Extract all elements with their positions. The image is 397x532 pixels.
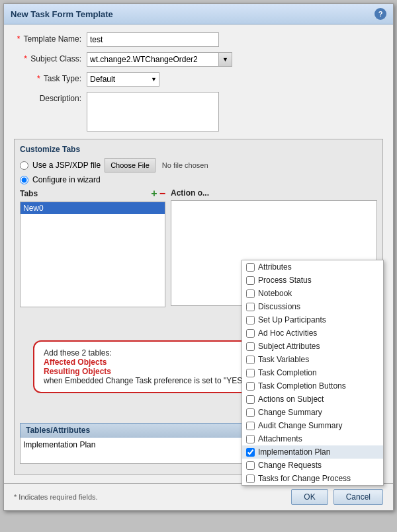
checkbox-task-variables[interactable] bbox=[246, 356, 255, 364]
dropdown-label-actions-on-subject: Actions on Subject bbox=[258, 395, 324, 404]
customize-tabs-title: Customize Tabs bbox=[20, 145, 377, 154]
dropdown-label-ad-hoc: Ad Hoc Activities bbox=[258, 328, 317, 338]
dropdown-item-change-requests[interactable]: Change Requests bbox=[242, 459, 383, 472]
jsp-radio-row: Use a JSP/XDP file Choose File No file c… bbox=[20, 158, 377, 172]
subject-class-dropdown-btn[interactable]: ▼ bbox=[219, 52, 232, 67]
dialog-header: New Task Form Template ? bbox=[4, 4, 393, 24]
dropdown-item-task-completion[interactable]: Task Completion bbox=[242, 366, 383, 379]
tabs-label: Tabs bbox=[20, 189, 38, 198]
checkbox-tasks-for-change-process[interactable] bbox=[246, 475, 255, 483]
checkbox-attributes[interactable] bbox=[246, 263, 255, 272]
dropdown-item-process-status[interactable]: Process Status bbox=[242, 274, 383, 287]
description-row: Description: bbox=[14, 92, 383, 133]
dropdown-label-notebook: Notebook bbox=[258, 289, 292, 298]
dropdown-item-discussions[interactable]: Discussions bbox=[242, 300, 383, 313]
dropdown-item-audit-change-summary[interactable]: Audit Change Summary bbox=[242, 419, 383, 432]
cancel-button[interactable]: Cancel bbox=[333, 489, 383, 505]
dropdown-item-ad-hoc[interactable]: Ad Hoc Activities bbox=[242, 326, 383, 340]
dropdown-item-notebook[interactable]: Notebook bbox=[242, 287, 383, 300]
checkbox-set-up-participants[interactable] bbox=[246, 316, 255, 324]
customize-tabs-section: Customize Tabs Use a JSP/XDP file Choose… bbox=[14, 139, 383, 475]
description-textarea[interactable] bbox=[87, 92, 219, 132]
actions-header: Action o... bbox=[171, 188, 377, 198]
new-task-form-dialog: New Task Form Template ? * Template Name… bbox=[3, 3, 394, 511]
dialog-title: New Task Form Template bbox=[11, 9, 113, 19]
help-icon[interactable]: ? bbox=[375, 8, 386, 20]
dropdown-label-implementation-plan: Implementation Plan bbox=[258, 447, 330, 457]
template-name-label: * Template Name: bbox=[14, 32, 87, 44]
subject-class-input[interactable] bbox=[87, 52, 219, 67]
tabs-list[interactable]: New0 bbox=[20, 202, 165, 307]
checkbox-task-completion-buttons[interactable] bbox=[246, 382, 255, 391]
dropdown-label-attributes: Attributes bbox=[258, 262, 292, 272]
checkbox-change-requests[interactable] bbox=[246, 461, 255, 470]
dropdown-label-discussions: Discussions bbox=[258, 302, 300, 311]
dropdown-item-actions-on-subject[interactable]: Actions on Subject bbox=[242, 393, 383, 406]
dropdown-label-change-requests: Change Requests bbox=[258, 461, 322, 470]
dropdown-item-attachments[interactable]: Attachments bbox=[242, 432, 383, 445]
checkbox-ad-hoc[interactable] bbox=[246, 329, 255, 338]
task-type-select[interactable]: Default bbox=[87, 72, 159, 87]
add-tab-btn[interactable]: + bbox=[151, 188, 157, 199]
dropdown-label-attachments: Attachments bbox=[258, 434, 302, 443]
dropdown-label-process-status: Process Status bbox=[258, 276, 312, 285]
checkbox-attachments[interactable] bbox=[246, 435, 255, 443]
dropdown-label-audit-change-summary: Audit Change Summary bbox=[258, 421, 342, 430]
dropdown-label-task-variables: Task Variables bbox=[258, 355, 309, 364]
footer-buttons: OK Cancel bbox=[291, 489, 383, 505]
dropdown-item-set-up-participants[interactable]: Set Up Participants bbox=[242, 313, 383, 326]
dropdown-label-change-summary: Change Summary bbox=[258, 408, 322, 417]
checkbox-discussions[interactable] bbox=[246, 303, 255, 311]
tab-icon-btns: + − bbox=[151, 188, 165, 199]
checkbox-subject-attributes[interactable] bbox=[246, 342, 255, 351]
checkbox-process-status[interactable] bbox=[246, 276, 255, 285]
subject-class-label: * Subject Class: bbox=[14, 52, 87, 63]
template-name-row: * Template Name: bbox=[14, 32, 383, 47]
wizard-radio-row: Configure in wizard bbox=[20, 175, 377, 184]
dropdown-label-task-completion: Task Completion bbox=[258, 368, 317, 377]
dropdown-label-tasks-for-change-process: Tasks for Change Process bbox=[258, 474, 351, 483]
task-type-input-wrapper: Default bbox=[87, 72, 383, 87]
template-name-input-wrapper bbox=[87, 32, 383, 47]
checkbox-implementation-plan[interactable] bbox=[246, 448, 255, 457]
task-type-label: * Task Type: bbox=[14, 72, 87, 83]
tabs-header: Tabs + − bbox=[20, 188, 165, 199]
dialog-body: * Template Name: * Subject Class: ▼ * Ta… bbox=[4, 24, 393, 483]
dropdown-item-implementation-plan[interactable]: Implementation Plan bbox=[242, 445, 383, 459]
required-star: * bbox=[17, 34, 21, 44]
dropdown-item-task-variables[interactable]: Task Variables bbox=[242, 353, 383, 366]
jsp-radio[interactable] bbox=[20, 161, 28, 170]
choose-file-btn[interactable]: Choose File bbox=[105, 158, 155, 172]
template-name-input[interactable] bbox=[87, 32, 219, 47]
checkbox-notebook[interactable] bbox=[246, 289, 255, 298]
checkbox-actions-on-subject[interactable] bbox=[246, 395, 255, 404]
checkbox-audit-change-summary[interactable] bbox=[246, 422, 255, 430]
tabs-panel: Tabs + − New0 bbox=[20, 188, 165, 307]
dropdown-item-attributes[interactable]: Attributes bbox=[242, 260, 383, 274]
checkbox-change-summary[interactable] bbox=[246, 408, 255, 417]
dropdown-overlay: Attributes Process Status Notebook Discu… bbox=[242, 260, 384, 486]
dropdown-item-tasks-for-change-process[interactable]: Tasks for Change Process bbox=[242, 472, 383, 485]
dropdown-label-set-up-participants: Set Up Participants bbox=[258, 315, 326, 324]
wizard-radio-label: Configure in wizard bbox=[32, 175, 101, 184]
subject-class-input-wrapper: ▼ bbox=[87, 52, 383, 67]
dropdown-item-change-summary[interactable]: Change Summary bbox=[242, 406, 383, 419]
remove-tab-btn[interactable]: − bbox=[159, 188, 165, 199]
required-note: * Indicates required fields. bbox=[14, 493, 98, 501]
subject-class-row: * Subject Class: ▼ bbox=[14, 52, 383, 67]
dropdown-item-task-completion-buttons[interactable]: Task Completion Buttons bbox=[242, 379, 383, 393]
required-star3: * bbox=[37, 74, 40, 83]
dropdown-item-subject-attributes[interactable]: Subject Attributes bbox=[242, 340, 383, 353]
wizard-radio[interactable] bbox=[20, 176, 28, 184]
checkbox-task-completion[interactable] bbox=[246, 369, 255, 377]
no-file-text: No file chosen bbox=[162, 161, 208, 169]
dialog-footer: * Indicates required fields. OK Cancel bbox=[4, 483, 393, 510]
jsp-radio-label: Use a JSP/XDP file bbox=[32, 161, 101, 170]
dropdown-label-subject-attributes: Subject Attributes bbox=[258, 342, 320, 351]
tables-title: Tables/Attributes bbox=[26, 426, 90, 435]
tab-list-item[interactable]: New0 bbox=[21, 202, 165, 214]
description-label: Description: bbox=[14, 92, 87, 103]
dropdown-label-task-completion-buttons: Task Completion Buttons bbox=[258, 381, 346, 391]
main-content-area: Tabs + − New0 Action o... bbox=[20, 188, 377, 464]
ok-button[interactable]: OK bbox=[291, 489, 328, 505]
